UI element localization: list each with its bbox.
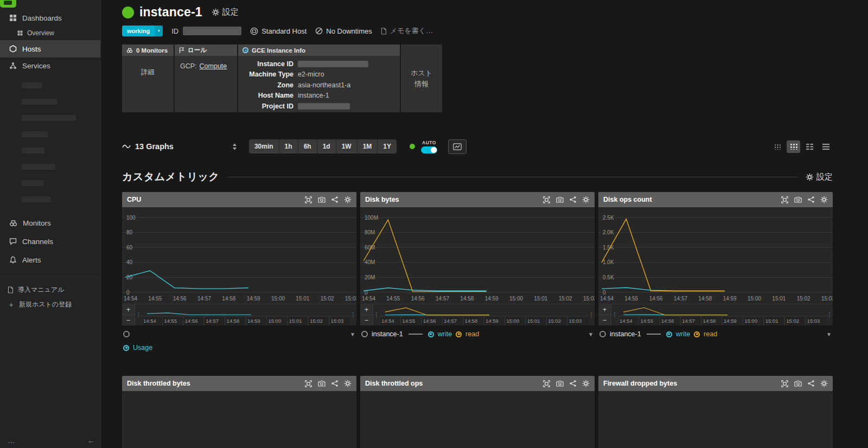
- redacted-service-name[interactable]: [22, 164, 55, 170]
- sidebar-collapse-button[interactable]: ←: [87, 436, 95, 445]
- redacted-service-name[interactable]: [22, 115, 76, 121]
- time-range-1d[interactable]: 1d: [317, 139, 336, 153]
- mini-timeline[interactable]: 14:5414:5514:5614:5714:5814:5915:0015:01…: [380, 304, 588, 325]
- disk-bytes-chart[interactable]: 020M40M60M80M100M14:5414:5514:5614:5714:…: [360, 207, 595, 304]
- share-icon[interactable]: [331, 196, 338, 203]
- sidebar-item-services[interactable]: Services: [0, 57, 100, 74]
- host-settings-button[interactable]: 設定: [212, 7, 239, 17]
- time-range-1y[interactable]: 1Y: [378, 139, 397, 153]
- camera-icon[interactable]: [318, 380, 326, 387]
- legend-marker-write[interactable]: [666, 331, 672, 337]
- sidebar-item-overview[interactable]: Overview: [0, 26, 100, 40]
- drag-handle-icon[interactable]: ⋮: [826, 304, 833, 325]
- expand-graph-icon[interactable]: [543, 196, 550, 203]
- graph-settings-icon[interactable]: [820, 380, 828, 387]
- host-status-select[interactable]: working ▾: [122, 25, 163, 36]
- series-visibility-toggle[interactable]: [361, 331, 368, 337]
- register-host-link[interactable]: ＋ 新規ホストの登録: [0, 297, 100, 312]
- zoom-out-button[interactable]: −: [598, 315, 611, 325]
- series-visibility-toggle[interactable]: [599, 331, 606, 337]
- expand-graph-icon[interactable]: [305, 380, 312, 387]
- legend-dropdown-icon[interactable]: ▼: [588, 331, 593, 337]
- camera-icon[interactable]: [556, 380, 564, 387]
- section-settings-button[interactable]: 設定: [806, 172, 833, 182]
- auto-refresh-toggle[interactable]: [421, 146, 437, 153]
- camera-icon[interactable]: [318, 196, 326, 203]
- legend-marker-write[interactable]: [428, 331, 434, 337]
- zoom-in-button[interactable]: +: [598, 304, 611, 315]
- legend-dropdown-icon[interactable]: ▼: [826, 331, 832, 337]
- camera-icon[interactable]: [556, 196, 564, 203]
- expand-graph-icon[interactable]: [305, 196, 312, 203]
- standard-host-badge[interactable]: Standard Host: [250, 27, 307, 35]
- mini-timeline[interactable]: 14:5414:5514:5614:5714:5814:5915:0015:01…: [618, 304, 826, 325]
- app-logo[interactable]: [0, 0, 16, 8]
- layout-list-button[interactable]: [819, 140, 833, 153]
- legend-marker-read[interactable]: [456, 331, 462, 337]
- legend-marker-read[interactable]: [694, 331, 700, 337]
- camera-icon[interactable]: [794, 380, 802, 387]
- share-icon[interactable]: [570, 196, 576, 203]
- zoom-out-button[interactable]: −: [122, 315, 135, 325]
- redacted-service-name[interactable]: [22, 148, 44, 153]
- downtimes-button[interactable]: No Downtimes: [315, 27, 372, 35]
- layout-small-grid-button[interactable]: [770, 140, 784, 153]
- drag-handle-icon[interactable]: ⋮: [350, 304, 356, 325]
- role-link[interactable]: Compute: [200, 62, 227, 70]
- expand-graph-icon[interactable]: [781, 196, 788, 203]
- sidebar-item-alerts[interactable]: Alerts: [0, 252, 100, 268]
- layout-medium-grid-button[interactable]: [787, 140, 800, 153]
- share-icon[interactable]: [808, 380, 814, 387]
- drag-handle-icon[interactable]: ⋮: [611, 304, 618, 325]
- series-visibility-toggle[interactable]: [123, 331, 130, 337]
- drag-handle-icon[interactable]: ⋮: [588, 304, 595, 325]
- redacted-service-name[interactable]: [22, 180, 43, 186]
- share-icon[interactable]: [808, 196, 814, 203]
- graph-settings-icon[interactable]: [582, 196, 590, 203]
- zoom-in-button[interactable]: +: [122, 304, 135, 315]
- sidebar-item-dashboards[interactable]: Dashboards: [0, 10, 100, 26]
- drag-handle-icon[interactable]: ⋮: [135, 304, 142, 325]
- cpu-chart[interactable]: 02040608010014:5414:5514:5614:5714:5814:…: [122, 207, 356, 304]
- manual-link[interactable]: 導入マニュアル: [0, 283, 100, 297]
- redacted-service-name[interactable]: [22, 99, 58, 105]
- redacted-service-name[interactable]: [22, 196, 51, 202]
- disk-ops-chart[interactable]: 00.5K1.0K1.5K2.0K2.5K14:5414:5514:5614:5…: [598, 207, 833, 304]
- disk-throttled-ops-chart[interactable]: [360, 391, 595, 448]
- graph-settings-icon[interactable]: [344, 380, 352, 387]
- time-range-30min[interactable]: 30min: [249, 139, 279, 153]
- sort-graphs-icon[interactable]: [232, 143, 237, 150]
- sidebar-more-button[interactable]: …: [8, 436, 15, 445]
- zoom-out-button[interactable]: −: [360, 315, 373, 325]
- time-range-1w[interactable]: 1W: [336, 139, 358, 153]
- camera-icon[interactable]: [794, 196, 802, 203]
- disk-throttled-bytes-chart[interactable]: [122, 391, 356, 448]
- time-range-1m[interactable]: 1M: [358, 139, 378, 153]
- legend-dropdown-icon[interactable]: ▼: [350, 331, 355, 337]
- time-range-6h[interactable]: 6h: [298, 139, 317, 153]
- redacted-service-name[interactable]: [22, 82, 42, 88]
- mini-timeline[interactable]: 14:5414:5514:5614:5714:5814:5915:0015:01…: [142, 304, 350, 325]
- graph-board-button[interactable]: [448, 139, 467, 154]
- share-icon[interactable]: [331, 380, 338, 387]
- zoom-in-button[interactable]: +: [360, 304, 373, 315]
- drag-handle-icon[interactable]: ⋮: [373, 304, 380, 325]
- sidebar-item-hosts[interactable]: Hosts: [0, 40, 100, 57]
- layout-two-column-button[interactable]: [803, 140, 816, 153]
- graph-settings-icon[interactable]: [582, 380, 590, 387]
- gce-row: Host Name instance-1: [242, 91, 395, 101]
- share-icon[interactable]: [570, 380, 576, 387]
- time-range-1h[interactable]: 1h: [279, 139, 298, 153]
- sidebar-item-channels[interactable]: Channels: [0, 233, 100, 249]
- graph-settings-icon[interactable]: [820, 196, 828, 203]
- expand-graph-icon[interactable]: [543, 380, 550, 387]
- memo-field[interactable]: メモを書く…: [381, 26, 433, 36]
- monitors-detail-link[interactable]: 詳細: [141, 68, 155, 77]
- graph-settings-icon[interactable]: [344, 196, 352, 203]
- sidebar-item-monitors[interactable]: Monitors: [0, 215, 100, 231]
- firewall-dropped-chart[interactable]: [598, 391, 833, 448]
- host-info-button[interactable]: ホスト 情報: [401, 44, 442, 112]
- redacted-service-name[interactable]: [22, 131, 48, 137]
- expand-graph-icon[interactable]: [781, 380, 788, 387]
- legend-marker-usage[interactable]: [123, 345, 129, 351]
